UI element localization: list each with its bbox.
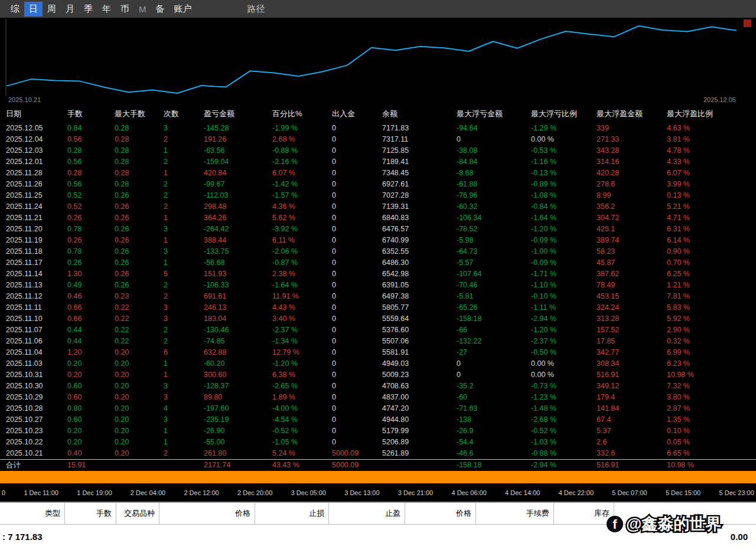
orders-col-header-6[interactable]: 止盈 xyxy=(329,503,405,524)
table-row[interactable]: 2025.11.280.280.281420.846.07 %07348.45-… xyxy=(0,168,756,179)
cell-max-float-profit: 314.16 xyxy=(597,156,667,168)
menu-item-9[interactable]: 备 xyxy=(151,2,170,17)
cell-max-float-loss: -158.18 xyxy=(457,313,531,325)
cell-max-float-profit-pct: 7.81 % xyxy=(667,291,756,302)
table-row[interactable]: 2025.11.170.260.261-56.68-0.87 %06486.30… xyxy=(0,257,756,269)
cell-pl: 2171.74 xyxy=(204,460,272,472)
orders-col-header-2[interactable]: 手数 xyxy=(65,503,116,524)
time-axis-label: 0 xyxy=(2,489,5,496)
table-row[interactable]: 2025.11.030.200.201-60.20-1.20 %04949.03… xyxy=(0,358,756,369)
table-row[interactable]: 2025.11.100.660.223183.043.40 %05559.64-… xyxy=(0,313,756,325)
table-row[interactable]: 2025.11.240.520.262298.484.36 %07139.31-… xyxy=(0,201,756,212)
menu-item-7[interactable]: 币 xyxy=(116,2,134,17)
orders-col-header-3[interactable]: 交易品种 xyxy=(116,503,159,524)
cell-pct: -4.00 % xyxy=(272,403,332,414)
table-row[interactable]: 2025.12.010.560.282-159.04-2.16 %07189.4… xyxy=(0,156,756,168)
menu-item-5[interactable]: 季 xyxy=(79,2,97,17)
orders-col-header-4[interactable]: 价格 xyxy=(159,503,255,524)
menu-item-10[interactable]: 账户 xyxy=(170,2,197,17)
table-row[interactable]: 2025.11.210.260.261364.265.62 %06840.83-… xyxy=(0,212,756,224)
time-axis[interactable]: 01 Dec 11:001 Dec 19:002 Dec 04:002 Dec … xyxy=(0,483,756,502)
cell-max-float-profit-pct: 0.10 % xyxy=(667,425,756,437)
cell-balance: 6740.99 xyxy=(382,235,457,246)
table-row[interactable]: 2025.10.210.400.202261.805.24 %5000.0952… xyxy=(0,448,756,459)
menu-item-2[interactable]: 日 xyxy=(24,2,43,17)
menu-item-6[interactable]: 年 xyxy=(97,2,116,17)
orders-col-header-5[interactable]: 止损 xyxy=(255,503,329,524)
cell-pct: 6.11 % xyxy=(272,235,332,246)
cell-pl: 183.04 xyxy=(204,313,272,325)
table-row[interactable]: 2025.10.230.200.201-26.90-0.52 %05179.99… xyxy=(0,425,756,437)
cell-cash-flow: 0 xyxy=(332,235,382,246)
table-row[interactable]: 2025.11.130.490.262-106.33-1.64 %06391.0… xyxy=(0,280,756,291)
table-row[interactable]: 2025.11.250.520.262-112.03-1.57 %07027.2… xyxy=(0,190,756,201)
menu-item-11[interactable]: 路径 xyxy=(243,2,270,17)
cell-max-lots: 0.26 xyxy=(115,257,164,269)
cell-max-float-profit-pct: 0.05 % xyxy=(667,437,756,448)
cell-max-float-profit: 420.28 xyxy=(597,168,667,179)
cell-max-float-loss: -46.6 xyxy=(457,448,531,459)
cell-max-float-loss-pct: -2.37 % xyxy=(531,336,597,347)
cell-cash-flow: 0 xyxy=(332,246,382,257)
cell-lots: 0.66 xyxy=(67,313,115,325)
table-row[interactable]: 2025.11.060.440.222-74.85-1.34 %05507.06… xyxy=(0,336,756,347)
cell-max-float-profit-pct: 4.33 % xyxy=(667,156,756,168)
cell-max-float-profit-pct: 5.21 % xyxy=(667,201,756,212)
table-row[interactable]: 2025.11.070.440.222-130.46-2.37 %05376.6… xyxy=(0,325,756,336)
orders-col-header-1[interactable]: 类型 xyxy=(0,503,65,524)
cell-date: 2025.12.01 xyxy=(6,156,67,168)
table-row[interactable]: 2025.10.270.600.203-235.19-4.54 %04944.8… xyxy=(0,414,756,425)
table-row[interactable]: 2025.11.120.460.232691.6111.91 %06497.38… xyxy=(0,291,756,302)
table-row[interactable]: 2025.11.260.560.282-99.67-1.42 %06927.61… xyxy=(0,179,756,190)
table-row[interactable]: 2025.11.141.300.265151.932.38 %06542.98-… xyxy=(0,269,756,280)
orders-col-header-7[interactable]: 价格 xyxy=(405,503,476,524)
table-row[interactable]: 2025.10.290.600.20389.801.89 %04837.00-6… xyxy=(0,392,756,403)
table-row[interactable]: 2025.12.040.560.282191.262.68 %07317.110… xyxy=(0,134,756,145)
table-row[interactable]: 2025.10.220.200.201-55.00-1.05 %05206.89… xyxy=(0,437,756,448)
cell-max-float-profit-pct: 0.70 % xyxy=(667,257,756,269)
menu-item-1[interactable]: 综 xyxy=(6,2,24,17)
cell-max-float-profit-pct: 2.90 % xyxy=(667,325,756,336)
cell-balance: 7125.85 xyxy=(382,145,457,156)
equity-chart[interactable]: 2025.10.21 2025.12.05 xyxy=(0,18,756,105)
cell-max-float-profit-pct: 4.63 % xyxy=(667,123,756,134)
cell-date: 2025.10.23 xyxy=(6,425,67,437)
menu-item-3[interactable]: 周 xyxy=(43,2,61,17)
cell-pl: -128.37 xyxy=(204,381,272,392)
table-row[interactable]: 2025.11.200.780.263-264.42-3.92 %06476.5… xyxy=(0,224,756,235)
cell-pl: -133.75 xyxy=(204,246,272,257)
menu-item-4[interactable]: 月 xyxy=(61,2,79,17)
table-row[interactable]: 2025.11.041.200.206632.8812.79 %05581.91… xyxy=(0,347,756,358)
table-row[interactable]: 2025.11.190.260.261388.446.11 %06740.99-… xyxy=(0,235,756,246)
table-row[interactable]: 2025.12.050.840.283-145.28-1.99 %07171.8… xyxy=(0,123,756,134)
cell-date: 2025.11.21 xyxy=(6,212,67,224)
cell-max-float-profit: 5.37 xyxy=(597,425,667,437)
cell-pct: -2.37 % xyxy=(272,325,332,336)
time-axis-label: 3 Dec 13:00 xyxy=(344,489,379,496)
cell-count: 2 xyxy=(164,280,204,291)
cell-max-lots: 0.20 xyxy=(115,381,164,392)
cell-max-float-profit: 453.15 xyxy=(597,291,667,302)
cell-lots: 0.20 xyxy=(67,369,115,381)
cell-max-float-loss-pct: -0.84 % xyxy=(531,201,597,212)
table-row[interactable]: 2025.10.310.200.201300.606.38 %05009.230… xyxy=(0,369,756,381)
table-row[interactable]: 2025.11.180.780.263-133.75-2.06 %06352.5… xyxy=(0,246,756,257)
cell-max-float-loss-pct: 0.00 % xyxy=(531,134,597,145)
table-row[interactable]: 2025.12.030.280.281-63.56-0.88 %07125.85… xyxy=(0,145,756,156)
table-row[interactable]: 2025.11.110.660.223246.134.43 %05805.77-… xyxy=(0,302,756,313)
menu-item-8[interactable]: M xyxy=(134,2,151,16)
cell-lots: 0.56 xyxy=(67,179,115,190)
cell-max-float-loss: 0 xyxy=(457,358,531,369)
orders-col-header-8[interactable]: 手续费 xyxy=(476,503,554,524)
cell-max-float-profit-pct: 3.81 % xyxy=(667,134,756,145)
cell-max-float-profit-pct: 6.65 % xyxy=(667,448,756,459)
cell-date: 2025.11.04 xyxy=(6,347,67,358)
table-row[interactable]: 2025.10.280.800.204-197.60-4.00 %04747.2… xyxy=(0,403,756,414)
cell-max-float-profit-pct: 7.32 % xyxy=(667,381,756,392)
table-total-row[interactable]: 合计15.912171.7443.43 %5000.09-158.18-2.94… xyxy=(0,459,756,472)
cell-cash-flow: 0 xyxy=(332,381,382,392)
menu-bar: 综日周月季年币M备账户路径 xyxy=(0,0,756,18)
cell-pct: -0.52 % xyxy=(272,425,332,437)
table-row[interactable]: 2025.10.300.600.203-128.37-2.65 %04708.6… xyxy=(0,381,756,392)
cell-cash-flow: 0 xyxy=(332,313,382,325)
